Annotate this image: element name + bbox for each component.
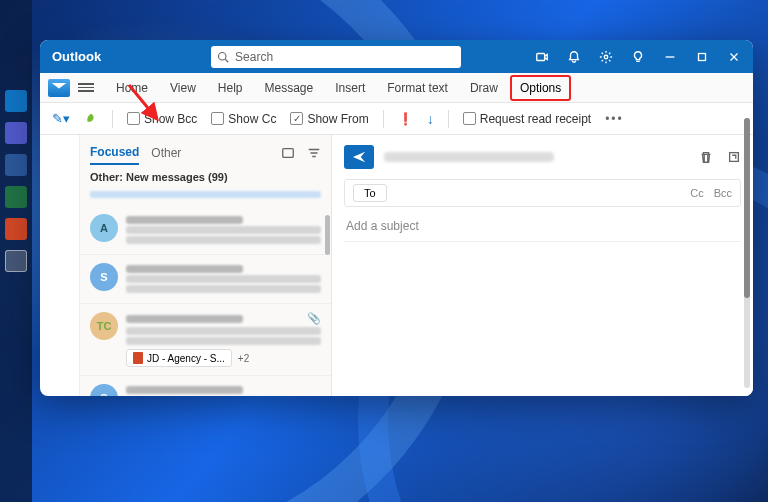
close-button[interactable] <box>721 44 747 70</box>
taskbar-outlook-icon[interactable] <box>5 90 27 112</box>
bcc-button[interactable]: Bcc <box>714 187 732 199</box>
compose-pane: To Cc Bcc Add a subject <box>332 135 753 396</box>
discard-icon[interactable] <box>699 150 713 164</box>
tab-draw[interactable]: Draw <box>460 75 508 101</box>
show-bcc-toggle[interactable]: Show Bcc <box>127 112 197 126</box>
avatar: S <box>90 263 118 291</box>
taskbar-teams-icon[interactable] <box>5 122 27 144</box>
show-bcc-label: Show Bcc <box>144 112 197 126</box>
other-messages-header[interactable]: Other: New messages (99) <box>80 165 331 189</box>
popout-icon[interactable] <box>727 150 741 164</box>
sensitivity-icon[interactable] <box>84 112 98 126</box>
svg-point-0 <box>219 52 227 60</box>
low-importance-icon[interactable]: ↓ <box>427 111 434 127</box>
from-address <box>384 152 554 162</box>
svg-rect-2 <box>537 53 545 60</box>
signature-icon[interactable]: ✎▾ <box>52 111 70 126</box>
list-item[interactable]: A <box>80 206 331 255</box>
show-cc-toggle[interactable]: Show Cc <box>211 112 276 126</box>
titlebar: Outlook Search <box>40 40 753 73</box>
window-scrollbar-thumb[interactable] <box>744 118 750 298</box>
more-options[interactable]: ••• <box>605 112 624 126</box>
maximize-button[interactable] <box>689 44 715 70</box>
options-toolbar: ✎▾ Show Bcc Show Cc Show From ❗ ↓ Reques… <box>40 103 753 135</box>
avatar: TC <box>90 312 118 340</box>
tab-message[interactable]: Message <box>255 75 324 101</box>
show-cc-label: Show Cc <box>228 112 276 126</box>
tab-format-text[interactable]: Format text <box>377 75 458 101</box>
more-attachments[interactable]: +2 <box>238 353 249 364</box>
settings-icon[interactable] <box>593 44 619 70</box>
tab-view[interactable]: View <box>160 75 206 101</box>
svg-line-1 <box>225 59 228 62</box>
hamburger-menu[interactable] <box>78 83 94 92</box>
message-list-pane: Focused Other Other: New messages (99) A… <box>80 135 332 396</box>
attachment-name: JD - Agency - S... <box>147 353 225 364</box>
minimize-button[interactable] <box>657 44 683 70</box>
tab-options[interactable]: Options <box>510 75 571 101</box>
outlook-window: Outlook Search Home View Help Message In… <box>40 40 753 396</box>
avatar: S <box>90 384 118 396</box>
inbox-tab-focused[interactable]: Focused <box>90 141 139 165</box>
tips-icon[interactable] <box>625 44 651 70</box>
ribbon-tabs: Home View Help Message Insert Format tex… <box>40 73 753 103</box>
notifications-icon[interactable] <box>561 44 587 70</box>
search-icon <box>217 51 229 63</box>
read-receipt-label: Request read receipt <box>480 112 591 126</box>
cc-button[interactable]: Cc <box>690 187 703 199</box>
show-from-label: Show From <box>307 112 368 126</box>
mail-icon[interactable] <box>48 79 70 97</box>
message-list: A S TC 📎 JD - Agency - S... +2 <box>80 206 331 396</box>
list-item[interactable]: S <box>80 376 331 396</box>
svg-point-3 <box>604 55 608 59</box>
list-item[interactable]: TC 📎 JD - Agency - S... +2 <box>80 304 331 376</box>
taskbar-word-icon[interactable] <box>5 154 27 176</box>
list-scrollbar[interactable] <box>325 215 330 255</box>
svg-rect-10 <box>283 149 294 158</box>
search-placeholder: Search <box>235 50 273 64</box>
svg-rect-6 <box>699 53 706 60</box>
search-box[interactable]: Search <box>211 46 461 68</box>
show-from-toggle[interactable]: Show From <box>290 112 368 126</box>
to-button[interactable]: To <box>353 184 387 202</box>
pdf-icon <box>133 352 143 364</box>
window-scrollbar-track[interactable] <box>744 118 750 388</box>
attachment-icon: 📎 <box>307 312 321 325</box>
to-field[interactable]: To Cc Bcc <box>344 179 741 207</box>
inbox-tab-other[interactable]: Other <box>151 142 181 164</box>
high-importance-icon[interactable]: ❗ <box>398 112 413 126</box>
tab-insert[interactable]: Insert <box>325 75 375 101</box>
meet-now-icon[interactable] <box>529 44 555 70</box>
tab-home[interactable]: Home <box>106 75 158 101</box>
windows-taskbar <box>0 0 32 502</box>
taskbar-excel-icon[interactable] <box>5 186 27 208</box>
nav-rail <box>40 135 80 396</box>
svg-rect-14 <box>730 153 739 162</box>
filter-icon[interactable] <box>307 146 321 160</box>
list-item[interactable]: S <box>80 255 331 304</box>
attachment-chip[interactable]: JD - Agency - S... <box>126 349 232 367</box>
select-mode-icon[interactable] <box>281 146 295 160</box>
send-button[interactable] <box>344 145 374 169</box>
tab-help[interactable]: Help <box>208 75 253 101</box>
avatar: A <box>90 214 118 242</box>
taskbar-powerpoint-icon[interactable] <box>5 218 27 240</box>
taskbar-app-icon[interactable] <box>5 250 27 272</box>
read-receipt-toggle[interactable]: Request read receipt <box>463 112 591 126</box>
subject-field[interactable]: Add a subject <box>344 211 741 242</box>
app-title: Outlook <box>46 49 101 64</box>
